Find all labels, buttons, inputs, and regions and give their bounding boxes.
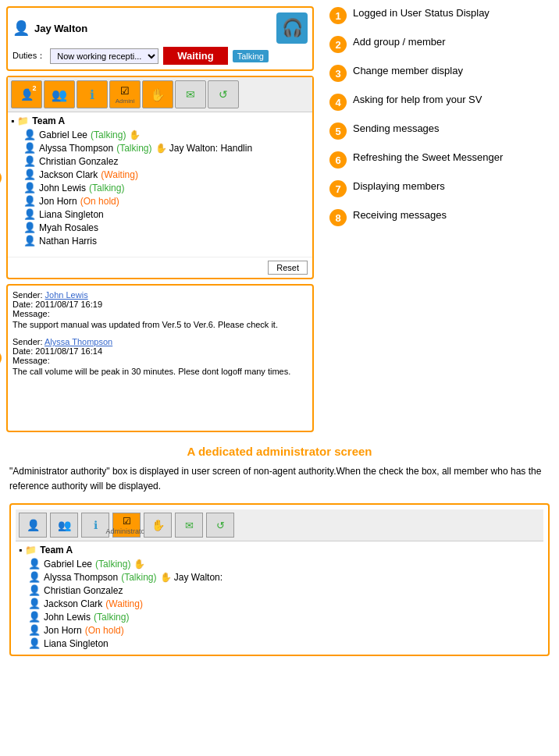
- toolbar-group-icon[interactable]: 👥: [44, 80, 75, 108]
- right-item-8: 8 Receiving messages: [329, 208, 550, 226]
- person-icon: 👤: [28, 611, 41, 623]
- right-item-7: 7 Displaying members: [329, 179, 550, 197]
- member-status: (Talking): [89, 183, 124, 193]
- members-panel: 👤 2 👥 ℹ ☑ Admini ✋: [6, 76, 314, 279]
- member-status: (On hold): [85, 625, 124, 636]
- toolbar-message-icon[interactable]: ✉: [175, 80, 206, 108]
- badge-5: 5: [329, 122, 347, 140]
- headset-icon: 🎧: [276, 12, 308, 44]
- right-item-label-3: Change member display: [353, 64, 463, 78]
- person-icon: 👤: [23, 155, 36, 167]
- ss-admin-btn[interactable]: ☑ Administrator: [112, 513, 141, 538]
- badge-2: 2: [329, 36, 347, 53]
- person-icon: 👤: [23, 182, 36, 193]
- person-icon: 👤: [23, 142, 36, 154]
- messages-section: Sender: John Lewis Date: 2011/08/17 16:1…: [6, 284, 314, 432]
- badge-8: 8: [0, 350, 2, 367]
- list-item: 👤 Myah Rosales: [11, 221, 309, 234]
- badge-1: 1: [329, 7, 347, 24]
- waiting-button[interactable]: Waiting: [163, 47, 227, 65]
- ss-hand-btn[interactable]: ✋: [144, 513, 172, 538]
- ss-refresh-btn[interactable]: ↺: [206, 513, 234, 538]
- list-item: 👤 Liana Singleton: [11, 208, 309, 221]
- ss-group-btn[interactable]: 👥: [50, 513, 78, 538]
- person-icon: 👤: [28, 637, 41, 649]
- toolbar-help-icon[interactable]: ✋: [142, 80, 173, 108]
- user-name: Jay Walton: [34, 23, 87, 34]
- person-icon: 👤: [28, 584, 41, 596]
- msg-label: Message:: [12, 309, 308, 318]
- list-item: 👤 Jackson Clark (Waiting): [11, 168, 309, 181]
- list-item: 👤 Alyssa Thompson (Talking) ✋ Jay Walton…: [11, 141, 309, 154]
- person-icon: 👤: [28, 558, 41, 570]
- msg-date-val: 2011/08/17 16:14: [35, 346, 102, 356]
- ss-collapse-icon[interactable]: ▪: [19, 545, 22, 555]
- right-item-4: 4 Asking for help from your SV: [329, 93, 550, 111]
- member-name: Christian Gonzalez: [39, 156, 118, 167]
- collapse-icon[interactable]: ▪: [11, 115, 14, 126]
- member-name: Jackson Clark: [39, 169, 98, 180]
- right-item-label-8: Receiving messages: [353, 208, 447, 222]
- member-extra: ✋: [129, 130, 141, 140]
- msg-sender-label: Sender:: [12, 337, 45, 346]
- right-item-2: 2 Add group / member: [329, 35, 550, 53]
- ss-team-header: ▪ 📁 Team A: [16, 545, 543, 555]
- screenshot-member-list: ▪ 📁 Team A 👤 Gabriel Lee (Talking) ✋ 👤 A…: [16, 545, 543, 650]
- msg-sender-name[interactable]: John Lewis: [45, 290, 88, 300]
- msg-date-label: Date:: [12, 300, 35, 309]
- toolbar-info-icon[interactable]: ℹ: [77, 80, 108, 108]
- right-panel: 1 Logged in User Status Display 2 Add gr…: [320, 0, 559, 438]
- list-item: 👤 Jon Horn (On hold): [16, 623, 543, 637]
- msg-label: Message:: [12, 356, 308, 365]
- right-item-label-1: Logged in User Status Display: [353, 6, 490, 20]
- member-status: (Talking): [121, 572, 156, 583]
- person-icon: 👤: [28, 624, 41, 636]
- member-status: (Waiting): [101, 169, 138, 180]
- member-name: John Lewis: [39, 183, 86, 193]
- ss-message-btn[interactable]: ✉: [175, 513, 203, 538]
- admin-desc: "Administrator authority" box is display…: [9, 464, 550, 494]
- msg-date-label: Date:: [12, 346, 35, 356]
- status-dropdown[interactable]: Now working recepti...: [50, 48, 158, 64]
- member-name: Gabriel Lee: [39, 130, 87, 140]
- right-item-label-5: Sending messages: [353, 122, 440, 136]
- user-person-icon: 👤: [12, 20, 30, 37]
- toolbar: 👤 2 👥 ℹ ☑ Admini ✋: [8, 77, 312, 112]
- list-item: 👤 Christian Gonzalez: [11, 154, 309, 168]
- right-item-label-2: Add group / member: [353, 35, 446, 49]
- list-item: 👤 Jon Horn (On hold): [11, 194, 309, 208]
- reset-button[interactable]: Reset: [268, 261, 308, 275]
- member-name: Jon Horn: [44, 625, 82, 636]
- message-item: Sender: John Lewis Date: 2011/08/17 16:1…: [12, 290, 308, 329]
- person-icon: 👤: [23, 129, 36, 140]
- person-icon: 👤: [23, 222, 36, 233]
- msg-sender-label: Sender:: [12, 290, 45, 300]
- badge-7r: 7: [329, 180, 347, 197]
- bottom-section: A dedicated administrator screen "Admini…: [0, 438, 559, 665]
- member-name: Alyssa Thompson: [44, 572, 118, 583]
- ss-person-btn[interactable]: 👤: [19, 513, 47, 538]
- toolbar-person-icon[interactable]: 👤 2: [11, 80, 42, 108]
- ss-team-name: Team A: [40, 545, 73, 555]
- messages-panel[interactable]: Sender: John Lewis Date: 2011/08/17 16:1…: [6, 284, 314, 432]
- msg-sender-name[interactable]: Alyssa Thompson: [45, 337, 112, 346]
- right-item-label-7: Displaying members: [353, 179, 445, 193]
- member-name: Gabriel Lee: [44, 559, 92, 570]
- member-name: Jon Horn: [39, 196, 77, 207]
- right-item-label-4: Asking for help from your SV: [353, 93, 482, 107]
- member-name: Jackson Clark: [44, 598, 102, 609]
- duties-label: Duties：: [12, 50, 45, 62]
- user-status-box: 👤 Jay Walton 🎧 Duties： Now working recep…: [6, 6, 314, 71]
- member-status: (Waiting): [105, 598, 143, 609]
- right-item-1: 1 Logged in User Status Display: [329, 6, 550, 24]
- right-item-6: 6 Refreshing the Sweet Messenger: [329, 151, 550, 169]
- toolbar-refresh-icon[interactable]: ↺: [208, 80, 239, 108]
- screenshot-toolbar: 👤 👥 ℹ ☑ Administrator ✋ ✉ ↺: [16, 509, 543, 541]
- member-extra: ✋ Jay Walton: Handlin: [155, 143, 253, 154]
- list-item: 👤 John Lewis (Talking): [11, 181, 309, 194]
- member-extra: ✋: [134, 559, 145, 570]
- list-item: 👤 Christian Gonzalez: [16, 584, 543, 597]
- team-name: Team A: [32, 115, 65, 126]
- badge-8r: 8: [329, 209, 347, 226]
- toolbar-admin-icon[interactable]: ☑ Admini: [109, 80, 141, 108]
